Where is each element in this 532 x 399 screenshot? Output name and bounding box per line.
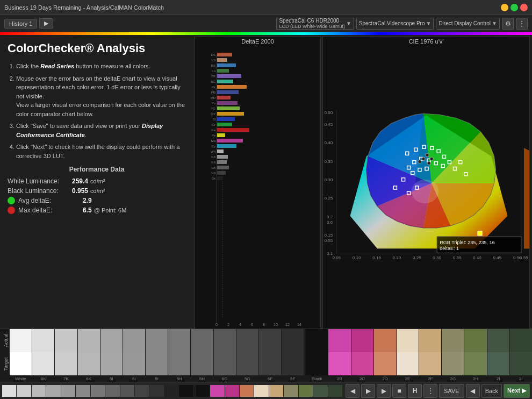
swatch-2i-target [487, 352, 509, 376]
svg-rect-32 [217, 171, 226, 175]
back-label: Back [485, 388, 498, 394]
help-button[interactable]: H [408, 384, 422, 398]
device3-dropdown[interactable]: Direct Display Control ▼ [436, 18, 500, 30]
swatch-6f-actual [259, 329, 281, 352]
history-button[interactable]: History 1 [4, 19, 37, 28]
prev-icon-button[interactable]: ◀ [346, 384, 360, 398]
mini-swatch-black[interactable] [196, 385, 210, 397]
back-nav-arrow[interactable]: ◀ [466, 384, 480, 398]
svg-text:Pu: Pu [212, 102, 215, 105]
svg-rect-17 [217, 90, 239, 94]
svg-point-133 [427, 162, 430, 165]
swatch-name-2e: 2E [397, 376, 419, 381]
mini-swatch-5[interactable] [61, 385, 75, 397]
mini-swatch-2[interactable] [17, 385, 31, 397]
avg-deltae-row: Avg deltaE: 2.9 [8, 197, 186, 204]
swatches-section: Actual [0, 328, 532, 382]
mini-swatch-9[interactable] [120, 385, 134, 397]
mini-swatch-8[interactable] [105, 385, 119, 397]
mini-swatch-2h[interactable] [299, 385, 313, 397]
mini-swatch-2f[interactable] [269, 385, 283, 397]
toolbar-right: SpectraCal C6 HDR2000 LCD (LED White-Wid… [276, 18, 528, 30]
svg-rect-27 [217, 144, 236, 148]
mini-swatch-11[interactable] [149, 385, 163, 397]
swatch-6h-actual [168, 329, 190, 352]
swatch-name-2g: 2G [442, 376, 464, 381]
cie-chart-svg: 0.05 0.10 0.15 0.20 0.25 0.30 0.35 0.40 … [323, 46, 529, 329]
swatch-divider [304, 329, 305, 352]
extra-button[interactable]: ⋮ [423, 384, 437, 398]
swatch-divider2 [304, 352, 305, 376]
mini-swatch-2e[interactable] [254, 385, 268, 397]
svg-text:0.15: 0.15 [372, 255, 381, 260]
swatch-5i-target [100, 352, 123, 376]
mini-swatch-6[interactable] [76, 385, 90, 397]
mini-swatch-4[interactable] [46, 385, 60, 397]
mini-swatch-2i2[interactable] [328, 385, 342, 397]
chevron-down-icon3: ▼ [492, 20, 497, 26]
swatch-name-2f: 2F [419, 376, 441, 381]
mini-swatch-12[interactable] [164, 385, 178, 397]
back-button[interactable]: Back [481, 384, 502, 398]
max-deltae-row: Max deltaE: 6.5 @ Point: 6M [8, 206, 186, 214]
swatch-labels-row: White 8K 7K 6K 5I 6I 5I 6H 5H 6G 5G 6F 5… [0, 375, 532, 382]
save-button[interactable]: SAVE [439, 384, 464, 398]
avg-deltae-indicator [8, 197, 15, 204]
svg-text:BG: BG [211, 80, 215, 83]
svg-text:0.25: 0.25 [324, 196, 333, 201]
device2-dropdown[interactable]: SpectraCal Videoscope Pro ▼ [356, 18, 434, 30]
swatch-name-5g: 5G [236, 376, 258, 381]
svg-text:BS: BS [211, 64, 215, 67]
next-button[interactable]: Next ▶ [504, 384, 530, 398]
white-luminance-unit: cd/m² [90, 178, 105, 184]
svg-text:8: 8 [263, 323, 265, 326]
svg-point-130 [426, 153, 429, 156]
more-options-button[interactable]: ⋮ [516, 18, 528, 30]
target-swatches-row: Target [0, 352, 532, 376]
svg-text:RGB Triplet: 235, 235, 16: RGB Triplet: 235, 235, 16 [440, 240, 494, 245]
next-icon-button[interactable]: ▶ [361, 384, 375, 398]
mini-swatch-13[interactable] [179, 385, 193, 397]
close-button[interactable] [520, 4, 528, 11]
svg-text:Wh: Wh [211, 150, 215, 153]
stop-button[interactable]: ■ [392, 384, 406, 398]
play-button[interactable]: ▶ [377, 384, 391, 398]
svg-text:0.6: 0.6 [327, 220, 333, 225]
settings-gear-button[interactable]: ⚙ [502, 18, 514, 30]
mini-swatch-7[interactable] [91, 385, 105, 397]
svg-rect-12 [217, 63, 236, 67]
svg-text:N6: N6 [211, 161, 215, 164]
svg-text:0.40: 0.40 [473, 255, 481, 260]
minimize-button[interactable] [501, 4, 508, 11]
avg-deltae-value: 2.9 [83, 197, 92, 204]
mini-swatch-3[interactable] [32, 385, 46, 397]
device3-label: Direct Display Control [438, 20, 491, 26]
mini-swatch-1[interactable] [2, 385, 16, 397]
mini-swatch-2i[interactable] [313, 385, 327, 397]
svg-text:deltaE: 1: deltaE: 1 [440, 246, 459, 251]
swatch-name-white: White [10, 376, 32, 381]
mini-swatch-10[interactable] [135, 385, 149, 397]
svg-text:14: 14 [297, 323, 301, 326]
svg-rect-10 [217, 53, 232, 56]
svg-point-131 [422, 157, 425, 160]
deltae-chart: DeltaE 2000 0 2 4 6 8 10 12 14 [195, 36, 321, 329]
history-nav-button[interactable]: ▶ [39, 18, 53, 28]
black-luminance-label: Black Luminance: [8, 187, 72, 195]
svg-text:Or: Or [212, 86, 215, 89]
instruction-1: Click the Read Series button to measure … [16, 62, 186, 71]
swatch-2i-actual [487, 329, 509, 352]
swatch-2d-actual [374, 329, 396, 352]
swatch-2b-actual [328, 329, 350, 352]
device1-dropdown[interactable]: SpectraCal C6 HDR2000 LCD (LED White-Wid… [276, 18, 354, 30]
maximize-button[interactable] [511, 4, 518, 11]
cie-chart: CIE 1976 u'v' [322, 36, 530, 329]
mini-swatch-2c[interactable] [225, 385, 239, 397]
mini-swatch-2g[interactable] [284, 385, 298, 397]
black-luminance-row: Black Luminance: 0.955 cd/m² [8, 187, 186, 195]
mini-swatch-2b[interactable] [210, 385, 224, 397]
mini-swatch-div [194, 385, 195, 397]
white-luminance-value: 259.4 [72, 177, 88, 185]
swatch-5f-target [282, 352, 304, 376]
mini-swatch-2d[interactable] [240, 385, 254, 397]
